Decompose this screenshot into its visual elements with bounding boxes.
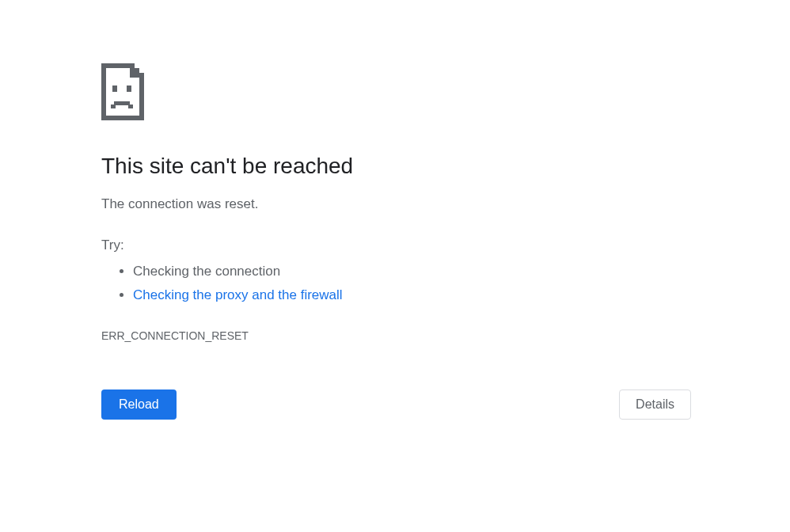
svg-rect-1 — [101, 63, 106, 120]
error-message: The connection was reset. — [101, 195, 592, 214]
suggestions-list: Checking the connection Checking the pro… — [101, 260, 592, 307]
svg-rect-11 — [128, 104, 133, 108]
button-row: Reload Details — [101, 390, 691, 420]
svg-rect-7 — [112, 86, 117, 92]
reload-button[interactable]: Reload — [101, 390, 177, 420]
error-page-container: This site can't be reached The connectio… — [101, 0, 592, 420]
svg-rect-2 — [101, 116, 144, 120]
svg-rect-10 — [111, 104, 116, 108]
svg-rect-5 — [130, 73, 144, 78]
error-code: ERR_CONNECTION_RESET — [101, 329, 592, 342]
suggestion-check-proxy-link[interactable]: Checking the proxy and the firewall — [133, 287, 343, 302]
suggestion-check-connection-text: Checking the connection — [133, 264, 280, 279]
error-title: This site can't be reached — [101, 152, 592, 180]
svg-rect-9 — [114, 101, 130, 105]
sad-file-icon — [101, 63, 592, 120]
try-label: Try: — [101, 236, 592, 255]
suggestion-check-proxy: Checking the proxy and the firewall — [133, 283, 592, 307]
details-button[interactable]: Details — [619, 390, 691, 420]
suggestion-check-connection: Checking the connection — [133, 260, 592, 283]
svg-rect-8 — [127, 86, 131, 92]
svg-rect-3 — [139, 78, 144, 120]
svg-rect-6 — [135, 68, 139, 73]
